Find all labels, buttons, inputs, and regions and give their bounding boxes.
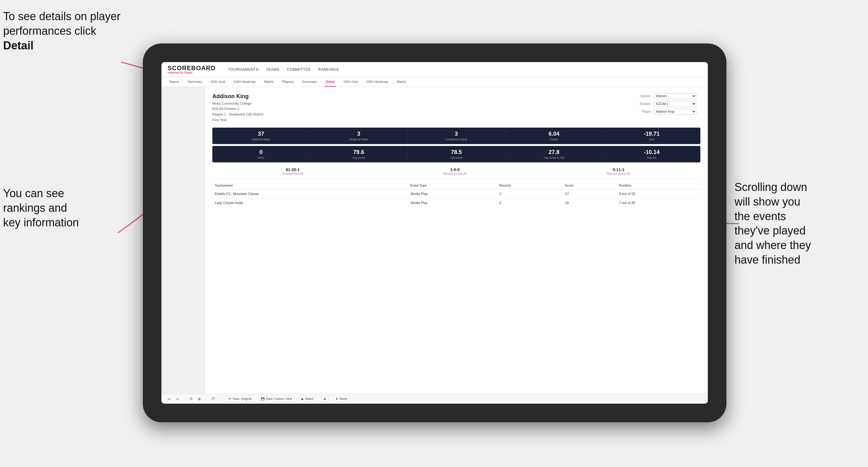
record-top25-value: 1-5-0 — [443, 167, 467, 172]
clock-icon: ⏱ — [211, 397, 215, 401]
table-row: Lady Coyote Invite Stroke Play 2 16 7 ou… — [212, 198, 700, 208]
stat-regional-rank-value: 3 — [313, 131, 405, 137]
stat-avg-score-par-value: 27.8 — [508, 149, 600, 156]
tab-h2h-heatmap2[interactable]: H2H Heatmap — [365, 77, 390, 87]
tab-players[interactable]: Players — [281, 77, 295, 87]
cell-score-2: 16 — [562, 198, 617, 208]
tournament-table: Tournament Event Type Rounds Score Posit… — [212, 182, 700, 207]
refresh-icon: ⟳ — [190, 397, 193, 401]
main-content: Addison King Mesa Community College NJCA… — [205, 87, 708, 394]
cell-event-type-1: Stroke Play — [408, 189, 497, 198]
player-control: Player Addison King — [632, 109, 700, 115]
nav-committee[interactable]: COMMITTEE — [287, 67, 311, 72]
tab-teams[interactable]: Teams — [168, 77, 180, 87]
stat-sos: -19.71 SoS — [603, 128, 700, 144]
player-college: Mesa Community College — [212, 101, 263, 106]
tab-matrix2[interactable]: Matrix — [396, 77, 407, 87]
stat-avg-score-label: Avg Score — [313, 156, 405, 159]
stat-points-label: Points — [508, 138, 600, 141]
tab-h2h-grid[interactable]: H2H Grid — [210, 77, 226, 87]
player-label: Player — [632, 110, 651, 113]
record-overall: 91-20-1 Overall Record — [282, 167, 303, 176]
cell-position-2: 7 out of 20 — [617, 198, 700, 208]
undo-icon: ↩ — [168, 397, 171, 401]
stat-national-rank-label: National Rank — [215, 138, 307, 141]
record-overall-label: Overall Record — [282, 172, 303, 176]
cell-tournament-2: Lady Coyote Invite — [212, 198, 408, 208]
record-top50-value: 5-11-1 — [607, 167, 630, 172]
stat-conference-rank-label: Conference Rank — [410, 138, 503, 141]
record-top50-label: Record vs top 50 — [607, 172, 630, 176]
division-select[interactable]: NJCAA I — [653, 101, 696, 107]
stat-avg-score-par: 27.8 Avg Score to Par — [505, 146, 603, 162]
share-label: Share — [339, 397, 348, 401]
table-header-row: Tournament Event Type Rounds Score Posit… — [212, 182, 700, 189]
record-overall-value: 91-20-1 — [282, 167, 303, 172]
tablet-screen: SCOREBOARD Powered by clippd TOURNAMENTS… — [161, 62, 708, 404]
player-year: First Year — [212, 117, 263, 123]
zoom-icon: ⊕ — [198, 397, 201, 401]
stat-conference-rank-value: 3 — [410, 131, 503, 137]
toolbar-sep2: | — [206, 397, 207, 401]
stat-conference-rank: 3 Conference Rank — [408, 128, 505, 144]
screen-button[interactable]: 🖥 — [321, 396, 329, 402]
gender-select[interactable]: Women — [653, 93, 696, 99]
app-header: SCOREBOARD Powered by clippd TOURNAMENTS… — [161, 62, 708, 77]
division-label: Division — [632, 102, 651, 105]
col-rounds: Rounds — [497, 182, 562, 189]
toolbar-sep3: | — [220, 397, 221, 401]
col-score: Score — [562, 182, 617, 189]
player-info-section: Addison King Mesa Community College NJCA… — [212, 93, 700, 123]
nav-rankings[interactable]: RANKINGS — [318, 67, 339, 72]
stat-avg-score: 79.6 Avg Score — [310, 146, 408, 162]
stat-wins-label: Wins — [215, 156, 307, 159]
watch-button[interactable]: ▶ Watch — [299, 396, 316, 402]
stat-wins: 0 Wins — [212, 146, 310, 162]
share-button[interactable]: ⬆ Share — [333, 396, 350, 402]
annotation-top-left: To see details on player performances cl… — [3, 9, 121, 53]
tab-h2h-grid2[interactable]: H2H Grid — [342, 77, 359, 87]
tab-matrix[interactable]: Matrix — [263, 77, 275, 87]
redo-icon: ↪ — [176, 397, 179, 401]
stat-sos-value: -19.71 — [606, 131, 698, 137]
cell-rounds-1: 2 — [497, 189, 562, 198]
cell-position-1: 4 out of 20 — [617, 189, 700, 198]
tab-summary[interactable]: Summary — [186, 77, 203, 87]
view-original-label: View: Original — [232, 397, 252, 401]
stat-national-rank: 37 National Rank — [212, 128, 310, 144]
col-tournament: Tournament — [212, 182, 408, 189]
record-top50: 5-11-1 Record vs top 50 — [607, 167, 630, 176]
stat-adj-score: 78.5 Adj Score — [408, 146, 505, 162]
bottom-toolbar: ↩ ↪ | ⟳ ⊕ | ⏱ | 👁 View: Original 💾 Save … — [161, 394, 708, 404]
tablet-frame: SCOREBOARD Powered by clippd TOURNAMENTS… — [143, 43, 726, 422]
watch-label: Watch — [305, 397, 314, 401]
stats-grid-row1: 37 National Rank 3 Regional Rank 3 Confe… — [212, 128, 700, 144]
records-row: 91-20-1 Overall Record 1-5-0 Record vs t… — [212, 164, 700, 179]
cell-tournament-1: Estella CC- Mountain Classic — [212, 189, 408, 198]
view-icon: 👁 — [228, 397, 231, 401]
nav-tournaments[interactable]: TOURNAMENTS — [228, 67, 258, 72]
save-custom-button[interactable]: 💾 Save Custom View — [258, 396, 294, 402]
view-original-button[interactable]: 👁 View: Original — [226, 396, 254, 402]
nav-teams[interactable]: TEAMS — [266, 67, 279, 72]
stat-adj-score-label: Adj Score — [410, 156, 503, 159]
tab-detail[interactable]: Detail — [324, 77, 336, 87]
stat-avg-score-value: 79.6 — [313, 149, 405, 156]
player-region: Region 1 - Southwest (18) District — [212, 112, 263, 117]
left-sidebar — [161, 87, 205, 394]
stats-grid-row2: 0 Wins 79.6 Avg Score 78.5 Adj Score 27.… — [212, 146, 700, 162]
stat-points-value: 6.04 — [508, 131, 600, 137]
logo-text: SCOREBOARD — [168, 65, 215, 71]
col-event-type: Event Type — [408, 182, 497, 189]
player-select[interactable]: Addison King — [653, 109, 696, 115]
share-icon: ⬆ — [336, 397, 338, 401]
player-name: Addison King — [212, 93, 263, 100]
tab-h2h-heatmap[interactable]: H2H Heatmap — [232, 77, 257, 87]
powered-by: Powered by clippd — [168, 71, 215, 74]
save-icon: 💾 — [261, 397, 265, 401]
stat-wins-value: 0 — [215, 149, 307, 156]
content-area: Addison King Mesa Community College NJCA… — [161, 87, 708, 394]
player-controls: Gender Women Division NJCAA I — [632, 93, 700, 115]
tab-summary2[interactable]: Summary — [301, 77, 318, 87]
record-top25-label: Record vs top 25 — [443, 172, 467, 176]
